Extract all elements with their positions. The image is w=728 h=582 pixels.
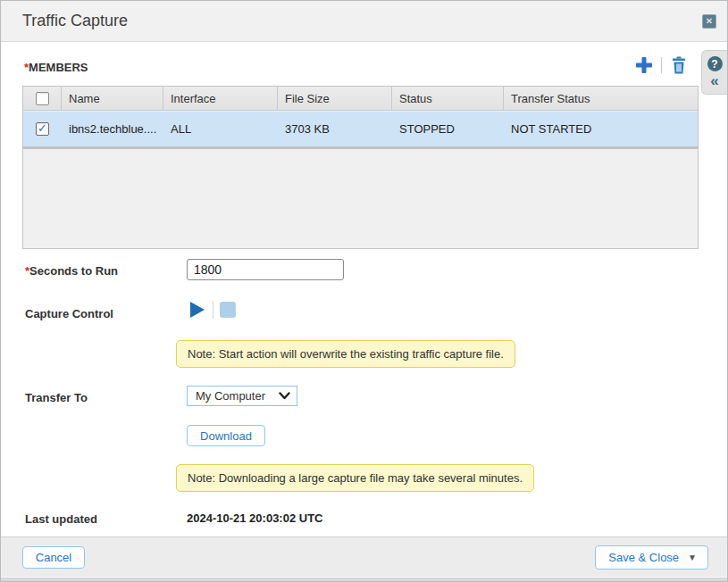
dialog-footer: Cancel Save & Close ▼ — [1, 536, 727, 578]
table-row[interactable]: ✓ ibns2.techblue.... ALL 3703 KB STOPPED… — [23, 111, 698, 146]
cell-name: ibns2.techblue.... — [62, 112, 163, 146]
control-divider — [213, 301, 213, 319]
cell-file-size: 3703 KB — [278, 112, 392, 146]
start-note: Note: Start action will overwrite the ex… — [176, 340, 515, 368]
column-header-interface[interactable]: Interface — [163, 87, 278, 110]
members-label-text: MEMBERS — [29, 61, 88, 74]
chevron-down-icon — [279, 392, 290, 400]
last-updated-value: 2024-10-21 20:03:02 UTC — [187, 511, 322, 525]
bottom-strip — [1, 577, 727, 581]
collapse-glyph: « — [710, 72, 718, 89]
check-icon: ✓ — [38, 122, 47, 134]
cell-interface: ALL — [163, 112, 278, 146]
download-note: Note: Downloading a large capture file m… — [176, 464, 534, 492]
traffic-capture-dialog: Traffic Capture ✕ *MEMBERS ? « — [0, 0, 728, 582]
transfer-to-label: Transfer To — [25, 391, 88, 404]
save-close-label: Save & Close — [608, 551, 679, 564]
dialog-header: Traffic Capture ✕ — [1, 1, 727, 42]
cancel-button[interactable]: Cancel — [22, 546, 85, 569]
row-checkbox-cell: ✓ — [23, 112, 62, 146]
last-updated-label: Last updated — [25, 512, 97, 526]
capture-control-label: Capture Control — [25, 307, 113, 320]
stop-capture-icon[interactable] — [220, 302, 236, 318]
capture-controls — [188, 300, 236, 320]
download-button[interactable]: Download — [187, 425, 265, 446]
close-glyph: ✕ — [706, 17, 713, 26]
add-member-icon[interactable] — [634, 55, 654, 75]
toolbar-divider — [661, 57, 662, 73]
row-checkbox[interactable]: ✓ — [36, 122, 49, 136]
column-header-transfer-status[interactable]: Transfer Status — [504, 87, 698, 110]
seconds-to-run-label-text: Seconds to Run — [29, 264, 118, 278]
column-header-file-size[interactable]: File Size — [278, 87, 392, 110]
save-close-button[interactable]: Save & Close ▼ — [595, 545, 708, 570]
transfer-to-selected-value: My Computer — [196, 389, 279, 403]
help-side-tab: ? « — [701, 50, 727, 95]
members-table: Name Interface File Size Status Transfer… — [22, 86, 699, 249]
caret-down-icon: ▼ — [688, 553, 697, 562]
help-glyph: ? — [711, 58, 717, 71]
seconds-to-run-input[interactable] — [187, 259, 344, 280]
cell-transfer-status: NOT STARTED — [504, 112, 698, 146]
members-toolbar — [634, 55, 689, 75]
collapse-panel-icon[interactable]: « — [710, 73, 718, 88]
select-all-checkbox[interactable] — [36, 92, 49, 105]
start-capture-icon[interactable] — [188, 300, 206, 320]
seconds-to-run-label: *Seconds to Run — [25, 264, 118, 278]
delete-member-icon[interactable] — [669, 55, 689, 75]
dialog-title: Traffic Capture — [22, 12, 128, 30]
table-header-row: Name Interface File Size Status Transfer… — [23, 87, 698, 111]
help-icon[interactable]: ? — [707, 56, 723, 71]
members-section-label: *MEMBERS — [24, 61, 88, 74]
close-icon[interactable]: ✕ — [702, 14, 716, 29]
column-header-name[interactable]: Name — [62, 87, 163, 110]
select-all-cell — [23, 87, 62, 110]
transfer-to-select[interactable]: My Computer — [187, 386, 297, 406]
cell-status: STOPPED — [392, 112, 504, 146]
column-header-status[interactable]: Status — [392, 87, 504, 110]
